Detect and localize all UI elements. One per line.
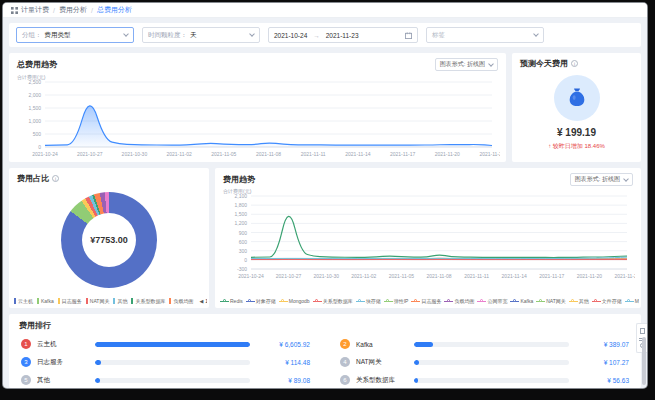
breadcrumb: 计量计费/费用分析/总费用分析 [3,3,647,18]
chart-type-label: 图表形式: 折线图 [575,175,620,184]
legend-label: 云主机 [18,298,33,304]
date-range-picker[interactable]: 2021-10-24 → 2021-11-23 [268,27,418,43]
ranking-row-Kafka: 2Kafka¥ 389.07 [340,335,629,353]
rank-bar-fill [95,378,100,383]
group-by-label: 分组： [22,31,42,40]
legend-swatch [169,298,171,304]
legend-line-marker [384,299,393,304]
rank-value: ¥ 389.07 [575,341,629,348]
breadcrumb-item[interactable]: 计量计费 [21,5,49,15]
forecast-title-text: 预测今天费用 [520,58,568,69]
total-trend-line-chart[interactable]: 05001,0001,5002,0002,500合计费用(元)2021-10-2… [15,74,500,158]
svg-text:2021-11-08: 2021-11-08 [426,273,451,279]
legend-line-marker [220,299,229,304]
menu-grid-icon[interactable] [11,7,18,14]
scrollbar-thumb[interactable] [642,337,646,385]
legend-item-块存储[interactable]: 块存储 [356,298,381,304]
svg-text:0: 0 [244,257,247,263]
donut-center-amount: ¥7753.00 [82,213,136,267]
legend-label: 其他 [579,298,589,304]
svg-text:500: 500 [33,131,42,137]
legend-label: 文件存储 [602,298,622,304]
legend-item-Redis[interactable]: Redis [220,298,243,304]
legend-item-负载均衡[interactable]: 负载均衡 [169,298,193,304]
legend-item-公网带宽[interactable]: 公网带宽 [477,298,507,304]
info-icon[interactable]: i [571,60,578,67]
legend-line-marker [411,299,420,304]
legend-line-marker [477,299,486,304]
legend-label: 其他 [117,298,127,304]
rank-bar-track [95,360,250,365]
legend-swatch [58,298,60,304]
proportion-title: 费用占比 i [17,173,59,184]
rank-bar-track [414,378,569,383]
legend-item-日志服务[interactable]: 日志服务 [411,298,441,304]
breadcrumb-items: 计量计费/费用分析/总费用分析 [21,5,132,15]
legend-item-Mongodb[interactable]: Mongodb [279,298,310,304]
tag-select[interactable]: 标签 [426,27,544,43]
legend-item-Mysql[interactable]: Mysql [625,298,639,304]
legend-item-关系型数据库[interactable]: 关系型数据库 [131,298,165,304]
date-end: 2021-11-23 [326,32,359,39]
svg-text:2021-10-30: 2021-10-30 [313,273,339,279]
svg-text:2021-10-27: 2021-10-27 [77,151,103,157]
legend-label: 公网带宽 [487,298,507,304]
svg-text:2021-11-23: 2021-11-23 [614,273,635,279]
legend-item-云主机[interactable]: 云主机 [14,298,33,304]
legend-item-其他[interactable]: 其他 [569,298,589,304]
rank-bar-fill [414,378,418,383]
breadcrumb-item[interactable]: 总费用分析 [97,5,132,15]
forecast-delta: ↑ 较昨日增加 18.46% [512,142,641,151]
chart-type-select[interactable]: 图表形式: 折线图 [570,173,633,186]
legend-item-负载均衡[interactable]: 负载均衡 [444,298,474,304]
legend-line-marker [313,299,322,304]
svg-text:2021-11-02: 2021-11-02 [166,151,191,157]
group-by-select[interactable]: 分组： 费用类型 [16,27,134,43]
legend-item-Kafka[interactable]: Kafka [37,298,54,304]
trend-card: 费用趋势 图表形式: 折线图 -30003006009001,2001,5001… [215,168,641,308]
rank-badge: 3 [21,357,31,367]
forecast-card: 预测今天费用 i ¥ 199.19 ↑ 较昨日增加 18.46% [512,53,641,162]
legend-item-其他[interactable]: 其他 [113,298,127,304]
legend-item-对象存储[interactable]: 对象存储 [246,298,276,304]
trend-legend: Redis对象存储Mongodb关系型数据库块存储弹性IP日志服务负载均衡公网带… [220,298,639,304]
legend-item-弹性IP[interactable]: 弹性IP [384,298,409,304]
rank-value: ¥ 114.48 [256,359,310,366]
tag-placeholder: 标签 [432,31,445,40]
legend-label: Redis [230,298,243,304]
rank-bar-fill [414,360,419,365]
chevron-down-icon [123,31,129,37]
legend-item-NAT网关[interactable]: NAT网关 [86,298,110,304]
granularity-label: 时间颗粒度： [148,31,187,40]
legend-item-NAT网关[interactable]: NAT网关 [536,298,566,304]
svg-text:2021-11-08: 2021-11-08 [256,151,281,157]
legend-item-关系型数据库[interactable]: 关系型数据库 [313,298,353,304]
chevron-down-icon [623,176,629,182]
info-icon[interactable]: i [52,175,59,182]
legend-line-marker [246,299,255,304]
legend-line-marker [592,299,601,304]
svg-text:1,500: 1,500 [28,105,41,111]
document-icon[interactable] [640,328,645,334]
ranking-row-NAT网关: 4NAT网关¥ 107.27 [340,353,629,371]
rank-value: ¥ 56.63 [575,377,629,384]
chart-type-select[interactable]: 图表形式: 折线图 [435,58,498,71]
proportion-donut-chart[interactable]: ¥7753.00 [61,192,157,288]
total-trend-title: 总费用趋势 [17,59,57,70]
trend-title: 费用趋势 [223,174,255,185]
rank-bar-fill [95,360,101,365]
rank-badge: 5 [21,375,31,385]
pager-prev-icon[interactable]: ◀ [199,298,203,304]
legend-label: 关系型数据库 [135,298,165,304]
legend-line-marker [356,299,365,304]
legend-line-marker [569,299,578,304]
legend-item-文件存储[interactable]: 文件存储 [592,298,622,304]
rank-value: ¥ 107.27 [575,359,629,366]
breadcrumb-item[interactable]: 费用分析 [59,5,87,15]
legend-item-日志服务[interactable]: 日志服务 [58,298,82,304]
legend-label: 负载均衡 [454,298,474,304]
ranking-title: 费用排行 [9,314,641,333]
legend-item-Kafka[interactable]: Kafka [510,298,533,304]
cost-trend-line-chart[interactable]: -30003006009001,2001,5001,8002,100合计费用(元… [221,188,635,280]
granularity-select[interactable]: 时间颗粒度： 天 [142,27,260,43]
